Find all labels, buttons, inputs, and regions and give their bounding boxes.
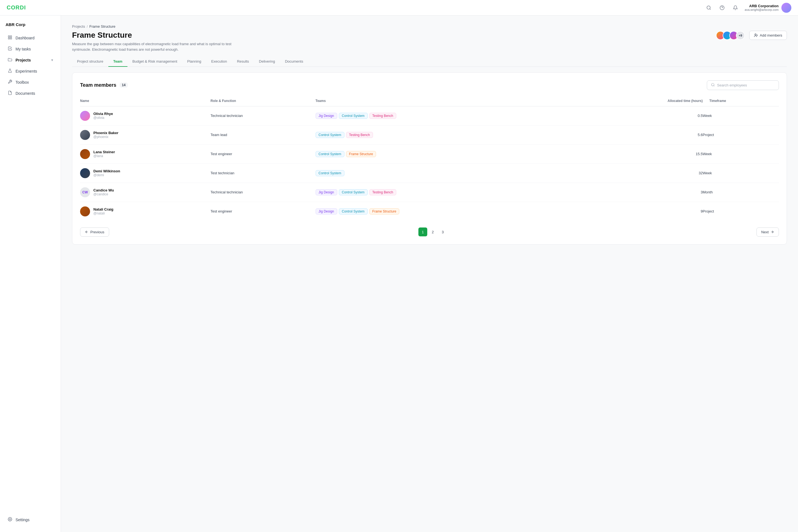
person-handle: @phoenix	[93, 135, 118, 139]
person-name: Lana Steiner	[93, 150, 115, 154]
role-cell: Team lead	[211, 125, 316, 144]
breadcrumb: Projects / Frame Structure	[72, 24, 787, 28]
search-box[interactable]	[707, 80, 779, 90]
logo: CORDI	[7, 4, 26, 11]
teams-cell: Jig DesignControl SystemFrame Structure	[316, 202, 589, 221]
next-button[interactable]: Next	[757, 227, 779, 236]
svg-rect-4	[8, 38, 10, 39]
sidebar-item-documents[interactable]: Documents	[2, 88, 58, 99]
person-handle: @lana	[93, 154, 115, 158]
sidebar-label-projects: Projects	[16, 58, 31, 62]
tabs: Project structure Team Budget & Risk man…	[72, 57, 787, 67]
page-title: Frame Structure	[72, 31, 238, 40]
tab-results[interactable]: Results	[232, 57, 254, 67]
hours-cell: 15.5	[589, 144, 703, 164]
table-row: Demi Wilkinson @demi Test technicianCont…	[80, 164, 779, 183]
search-input[interactable]	[717, 83, 775, 87]
sidebar-label-toolbox: Toolbox	[16, 80, 29, 84]
tab-documents[interactable]: Documents	[280, 57, 308, 67]
avatar	[80, 111, 90, 121]
page-1[interactable]: 1	[418, 227, 427, 236]
col-name: Name	[80, 97, 211, 107]
header-actions: +9 Add members	[716, 31, 787, 40]
page-2[interactable]: 2	[429, 227, 437, 236]
person-info: Phoenix Baker @phoenix	[93, 131, 118, 139]
chevron-down-icon: ▾	[51, 58, 53, 62]
team-tag: Jig Design	[316, 189, 337, 195]
timeframe-cell: Project	[703, 202, 779, 221]
tab-execution[interactable]: Execution	[206, 57, 232, 67]
person-name: Demi Wilkinson	[93, 169, 120, 173]
sidebar-item-toolbox[interactable]: Toolbox	[2, 77, 58, 88]
tags: Jig DesignControl SystemTesting Bench	[316, 113, 589, 119]
col-timeframe: Timeframe	[703, 97, 779, 107]
team-tag: Jig Design	[316, 113, 337, 119]
team-tag: Testing Bench	[346, 132, 373, 138]
hours-cell: 3	[589, 183, 703, 202]
topbar-right: ARB Corporation ava.wright@arbcorp.com	[705, 3, 791, 13]
timeframe-cell: Week	[703, 106, 779, 125]
help-icon[interactable]	[718, 4, 726, 12]
team-tag: Control System	[339, 208, 368, 214]
role-cell: Test engineer	[211, 144, 316, 164]
user-name: ARB Corporation	[745, 4, 779, 8]
team-title-wrap: Team members 14	[80, 82, 128, 88]
role-cell: Technical technician	[211, 106, 316, 125]
page-header: Frame Structure Measure the gap between …	[72, 31, 787, 52]
person-info: Olivia Rhye @olivia	[93, 112, 113, 120]
svg-point-10	[711, 83, 714, 86]
add-members-button[interactable]: Add members	[749, 31, 787, 40]
team-tag: Frame Structure	[346, 151, 376, 157]
team-tag: Frame Structure	[369, 208, 400, 214]
tab-delivering[interactable]: Delivering	[254, 57, 280, 67]
user-email: ava.wright@arbcorp.com	[745, 8, 779, 11]
hours-cell: 5.6	[589, 125, 703, 144]
role-cell: Test technician	[211, 164, 316, 183]
page-header-left: Frame Structure Measure the gap between …	[72, 31, 238, 52]
sidebar-item-tasks[interactable]: My tasks	[2, 43, 58, 55]
person-handle: @demi	[93, 173, 120, 177]
team-tag: Control System	[339, 189, 368, 195]
tags: Control SystemFrame Structure	[316, 151, 589, 157]
previous-button[interactable]: Previous	[80, 227, 109, 236]
dashboard-icon	[8, 35, 12, 41]
person-cell: Olivia Rhye @olivia	[80, 111, 211, 121]
person-handle: @natali	[93, 211, 113, 215]
tab-team[interactable]: Team	[108, 57, 128, 67]
search-icon	[711, 83, 715, 88]
sidebar-item-experiments[interactable]: Experiments	[2, 66, 58, 77]
svg-point-7	[755, 34, 756, 35]
hours-cell: 9	[589, 202, 703, 221]
person-name: Olivia Rhye	[93, 112, 113, 116]
breadcrumb-parent[interactable]: Projects	[72, 24, 85, 28]
avatar	[80, 149, 90, 159]
sidebar-item-settings[interactable]: Settings	[2, 514, 58, 525]
sidebar-item-dashboard[interactable]: Dashboard	[2, 33, 58, 43]
pagination: Previous 1 2 3 Next	[80, 227, 779, 236]
user-avatar[interactable]	[781, 3, 791, 13]
teams-cell: Control SystemTesting Bench	[316, 125, 589, 144]
sidebar-label-dashboard: Dashboard	[16, 36, 35, 40]
col-hours: Allocated time (hours)	[589, 97, 703, 107]
page-3[interactable]: 3	[438, 227, 447, 236]
team-count-badge: 14	[120, 82, 128, 88]
notification-icon[interactable]	[732, 4, 739, 12]
table-row: Natali Craig @natali Test engineerJig De…	[80, 202, 779, 221]
search-icon[interactable]	[705, 4, 712, 12]
person-name: Candice Wu	[93, 188, 114, 192]
tab-planning[interactable]: Planning	[182, 57, 206, 67]
sidebar-item-projects[interactable]: Projects ▾	[2, 55, 58, 66]
team-tag: Testing Bench	[369, 189, 396, 195]
timeframe-cell: Week	[703, 144, 779, 164]
member-avatars: +9	[716, 31, 745, 40]
toolbox-icon	[8, 79, 12, 85]
tags: Jig DesignControl SystemTesting Bench	[316, 189, 589, 195]
person-name: Phoenix Baker	[93, 131, 118, 135]
team-header: Team members 14	[80, 80, 779, 90]
tab-project-structure[interactable]: Project structure	[72, 57, 108, 67]
person-cell: CW Candice Wu @candice	[80, 187, 211, 197]
tab-budget[interactable]: Budget & Risk management	[128, 57, 182, 67]
page-description: Measure the gap between max capabilities…	[72, 41, 238, 52]
col-role: Role & Function	[211, 97, 316, 107]
role-cell: Technical technician	[211, 183, 316, 202]
